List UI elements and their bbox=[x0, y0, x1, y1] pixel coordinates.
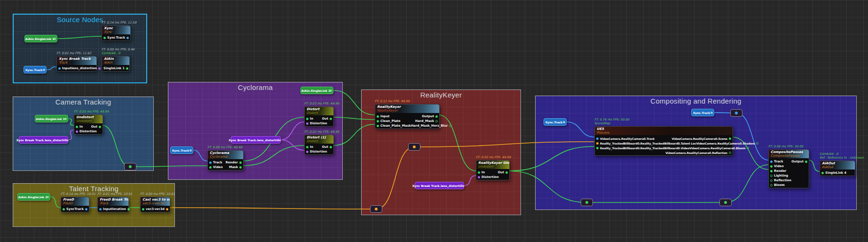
node-header: RealityKeyerRealityKeyer bbox=[375, 105, 439, 113]
chip-cyclorama-xync-track[interactable]: Xync.Track bbox=[170, 146, 193, 154]
node-compositepasses[interactable]: CompositePassesCompositePassesTrackOutpu… bbox=[768, 149, 809, 188]
port-dot-Reality_TrackedBillboard0.Reality_TrackedBillboard0.Video[interactable] bbox=[596, 147, 599, 149]
node-graph-canvas[interactable]: Source NodesCamera TrackingTalent Tracki… bbox=[0, 0, 868, 242]
port-dot-VideoCamera.RealityCamera0.Bloom[interactable] bbox=[747, 147, 749, 149]
port-dot-VideoCamera.RealityCamera0.Track[interactable] bbox=[596, 137, 599, 140]
port-dot-Mask[interactable] bbox=[239, 166, 242, 169]
node-distort-1[interactable]: Distort (1)DistortInOutDistortion bbox=[304, 135, 334, 155]
node-xync[interactable]: XyncXyncSyncTrack bbox=[102, 25, 131, 41]
port-dot-Out[interactable] bbox=[330, 118, 332, 120]
port-dot-Bloom[interactable] bbox=[770, 184, 773, 186]
port-dot-Reflection[interactable] bbox=[770, 179, 773, 182]
node-xync-break-track[interactable]: Xync Break TrackTrackInputlens_distortio… bbox=[56, 56, 97, 72]
node-distort[interactable]: DistortDistortInOutDistortion bbox=[304, 106, 334, 127]
port-dot-SingleLink 1[interactable] bbox=[126, 67, 128, 70]
chip-port-dot[interactable] bbox=[460, 185, 463, 187]
port-dot-Track[interactable] bbox=[770, 161, 773, 163]
chip-port-dot[interactable] bbox=[277, 139, 279, 141]
port-dot-Lighting[interactable] bbox=[770, 175, 773, 177]
chip-port-dot[interactable] bbox=[64, 118, 67, 120]
port-dot-vec3[interactable] bbox=[142, 208, 144, 210]
port-dot-Distortion[interactable] bbox=[76, 130, 78, 133]
port-dot-In[interactable] bbox=[478, 171, 480, 174]
node-realitykeyer-node[interactable]: RealityKeyerRealityKeyerInputOutputClean… bbox=[375, 104, 440, 129]
chip-talent-aiain-singlelink[interactable]: AiAin.SingleLink 1 bbox=[17, 193, 50, 201]
port-left: Reality_TrackedBillboard0.Reality_Tracke… bbox=[596, 146, 689, 150]
port-dot-Distortion[interactable] bbox=[306, 151, 308, 153]
port-dot-Render[interactable] bbox=[770, 170, 773, 172]
port-dot-location[interactable] bbox=[127, 208, 130, 210]
port-dot-Clean_Plate[interactable] bbox=[377, 120, 379, 122]
node-aiain[interactable]: AiAinAiAinSingleLink 1 bbox=[102, 56, 130, 72]
node-aiaout[interactable]: AiAOutAiAOutSingleLink 4 bbox=[820, 161, 855, 176]
port-dot-Track[interactable] bbox=[209, 161, 212, 164]
reroute-dot-realitykeyer-reroute-bottom[interactable] bbox=[370, 205, 382, 213]
port-dot-Output[interactable] bbox=[435, 115, 438, 118]
chip-camera-lens-distortion[interactable]: Xync Break Track.lens_distortion bbox=[19, 136, 68, 144]
port-left: In bbox=[478, 170, 485, 174]
port-dot-In[interactable] bbox=[306, 118, 308, 120]
port-dot-In[interactable] bbox=[306, 146, 308, 148]
port-label: In bbox=[310, 145, 313, 149]
port-dot-Clean_Plate_Mask[interactable] bbox=[377, 125, 379, 127]
port-dot-vec3d[interactable] bbox=[166, 208, 168, 210]
chip-cyclorama-aiain-singlelink[interactable]: AiAin.SingleLink 1 bbox=[300, 87, 333, 94]
chip-compositing-xync-track-top[interactable]: Xync.Track bbox=[691, 109, 714, 116]
node-undistort[interactable]: UndistortUndistortInOutDistortion bbox=[74, 114, 103, 135]
chip-port-dot[interactable] bbox=[563, 121, 565, 123]
chip-camera-aiain-singlelink[interactable]: AiAin.SingleLink 1 bbox=[35, 115, 68, 122]
port-dot-Reality_TrackedBillboard0.Reality_TrackedBillboard0.Talent Loc[interactable] bbox=[596, 142, 599, 145]
port-label: Sync bbox=[66, 207, 74, 211]
node-freed-break-track[interactable]: FreeD Break TrackTrackInputlocation bbox=[97, 197, 129, 212]
port-dot-Track[interactable] bbox=[85, 208, 87, 210]
port-dot-Sync[interactable] bbox=[103, 37, 106, 39]
chip-port-dot[interactable] bbox=[47, 196, 49, 198]
node-cast-vec3-to-vec3d[interactable]: Cast vec3 to vec3dvec3->vec3dvec3vec3d bbox=[140, 197, 170, 212]
port-dot-VideoCamera.RealityCamera0.Reflection[interactable] bbox=[729, 152, 731, 154]
node-freed[interactable]: FreeDFreeDSyncTrack bbox=[61, 197, 89, 212]
node-cyclorama-node[interactable]: CycloramaCycloramaTrackRenderVideoMask bbox=[207, 150, 244, 170]
port-dot-Sync[interactable] bbox=[63, 208, 65, 210]
port-label: Hard_Mask_Horz_Blur bbox=[411, 124, 448, 128]
port-dot-Input[interactable] bbox=[58, 67, 61, 70]
reroute-dot-compositing-reroute-left[interactable] bbox=[581, 199, 593, 206]
node-ue5[interactable]: UE5ProcessVideoCamera.RealityCamera0.Tra… bbox=[594, 126, 733, 156]
port-dot-In[interactable] bbox=[76, 126, 78, 128]
port-dot-Distortion[interactable] bbox=[478, 176, 480, 178]
reroute-dot-compositing-reroute-blue[interactable] bbox=[730, 109, 742, 117]
port-dot-SingleLink 4[interactable] bbox=[821, 172, 824, 174]
node-realitykeyer-undistort[interactable]: RealityKeyer UndistortUndistortInOutDist… bbox=[476, 160, 510, 180]
chip-cyclorama-lens-distortion[interactable]: Xync Break Track.lens_distortion bbox=[231, 136, 281, 144]
chip-port-dot[interactable] bbox=[43, 69, 45, 71]
chip-port-dot[interactable] bbox=[710, 112, 713, 114]
chip-port-dot[interactable] bbox=[330, 89, 332, 92]
port-dot-Output[interactable] bbox=[805, 161, 807, 163]
port-dot-VideoCamera.RealityCamera0.Scene[interactable] bbox=[729, 137, 731, 140]
port-dot-Hard_Mask_Horz_Blur[interactable] bbox=[449, 125, 451, 127]
port-dot-Input[interactable] bbox=[99, 208, 102, 210]
port-dot-Video[interactable] bbox=[770, 165, 773, 168]
port-dot-Render[interactable] bbox=[239, 161, 242, 164]
port-dot-Out[interactable] bbox=[330, 146, 332, 148]
port-left: Distortion bbox=[76, 129, 97, 133]
port-dot-Distortion[interactable] bbox=[306, 122, 308, 125]
chip-port-dot[interactable] bbox=[64, 139, 67, 141]
chip-port-dot[interactable] bbox=[189, 149, 192, 152]
port-dot-Out[interactable] bbox=[99, 126, 101, 128]
chip-port-dot[interactable] bbox=[54, 38, 56, 40]
chip-realitykeyer-lens-distortion[interactable]: Xync Break Track.lens_distortion bbox=[415, 182, 464, 189]
port-dot-Video[interactable] bbox=[209, 166, 212, 169]
chip-source-xync-track[interactable]: Xync.Track bbox=[24, 66, 47, 73]
port-dot-lens_distortion[interactable] bbox=[98, 67, 101, 70]
node-title: FreeD Break Track bbox=[100, 198, 126, 202]
port-dot-Input[interactable] bbox=[377, 115, 379, 118]
port-dot-Hard_Mask[interactable] bbox=[435, 120, 438, 122]
chip-compositing-xync-track-left[interactable]: Xync.Track bbox=[544, 118, 567, 126]
port-dot-Track[interactable] bbox=[126, 37, 129, 39]
reroute-dot-camera-reroute[interactable] bbox=[124, 163, 136, 170]
reroute-dot-realitykeyer-reroute-top[interactable] bbox=[408, 143, 420, 151]
chip-source-aiain-singlelink[interactable]: AiAin.SingleLink 1 bbox=[24, 35, 57, 42]
port-dot-VideoCamera.RealityCamera0.Shadow[interactable] bbox=[756, 142, 758, 145]
port-dot-Out[interactable] bbox=[505, 171, 508, 174]
reroute-dot-compositing-reroute-right[interactable] bbox=[719, 199, 732, 206]
